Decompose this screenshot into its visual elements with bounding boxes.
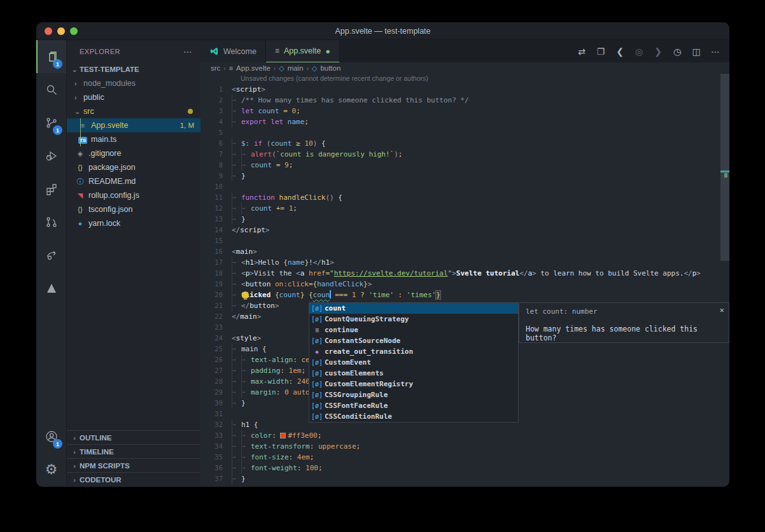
- activity-search-icon[interactable]: [36, 73, 66, 106]
- code-line-34[interactable]: 34→→text-transform: uppercase;: [200, 441, 720, 452]
- explorer-actions-icon[interactable]: ⋯: [183, 46, 193, 57]
- code-line-15[interactable]: 15: [200, 235, 720, 246]
- file-item--gitignore[interactable]: ◈.gitignore: [67, 146, 200, 160]
- code-line-8[interactable]: 8→→count = 9;: [200, 160, 720, 171]
- run-timer-icon[interactable]: ◷: [671, 46, 684, 57]
- breadcrumb[interactable]: src›≡App.svelte›◇main›◇button: [200, 62, 729, 74]
- suggest-item-count[interactable]: [ø]count: [309, 303, 518, 314]
- code-line-3[interactable]: 3→let count = 0;: [200, 106, 720, 116]
- color-swatch: [280, 433, 286, 438]
- suggest-item-cssgroupingrule[interactable]: [ø]CSSGroupingRule: [309, 389, 518, 400]
- suggest-label: ConstantSourceNode: [325, 335, 400, 346]
- suggest-item-continue[interactable]: ≣continue: [309, 325, 518, 335]
- code-line-5[interactable]: 5: [200, 127, 720, 138]
- section-timeline[interactable]: ›TIMELINE: [67, 444, 200, 458]
- code-line-16[interactable]: 16<main>: [200, 246, 720, 257]
- activity-run-debug-icon[interactable]: [36, 139, 66, 172]
- more-actions-icon[interactable]: ⋯: [709, 46, 722, 57]
- tab-app-svelte[interactable]: ≡App.svelte●: [266, 40, 340, 62]
- code-line-20[interactable]: 20→Clicked {count} {coun === 1 ? 'time' …: [200, 290, 720, 300]
- activity-extensions-icon[interactable]: [36, 172, 66, 206]
- breadcrumb-item-main[interactable]: main: [288, 64, 304, 72]
- code-line-9[interactable]: 9→}: [200, 171, 720, 181]
- chevron-right-icon: ›: [69, 476, 80, 484]
- activity-accounts-icon[interactable]: 1: [36, 420, 66, 453]
- tab-label: Welcome: [223, 47, 256, 56]
- breadcrumb-separator: ›: [274, 65, 276, 72]
- code-line-1[interactable]: 1<script>: [200, 84, 720, 95]
- minimize-window-button[interactable]: [57, 27, 65, 35]
- suggest-item-cssfontfacerule[interactable]: [ø]CSSFontFaceRule: [309, 400, 518, 411]
- line-number: 12: [200, 203, 232, 214]
- navigate-back-icon[interactable]: ❮: [614, 46, 626, 57]
- code-editor[interactable]: Unsaved changes (cannot determine recent…: [200, 74, 729, 486]
- code-line-17[interactable]: 17→<h1>Hello {name}!</h1>: [200, 257, 720, 268]
- line-number: 35: [200, 452, 232, 463]
- code-line-2[interactable]: 2→/** How many times has someone clicked…: [200, 95, 720, 106]
- split-editor-icon[interactable]: ◫: [690, 46, 703, 57]
- open-changes-icon[interactable]: ⇄: [575, 46, 588, 57]
- dirty-dot: ●: [325, 46, 330, 56]
- file-item-tsconfig-json[interactable]: {}tsconfig.json: [67, 202, 200, 216]
- activity-github-pr-icon[interactable]: [36, 206, 66, 239]
- activity-live-share-icon[interactable]: [36, 239, 66, 272]
- code-line-12[interactable]: 12→→count += 1;: [200, 203, 720, 214]
- close-window-button[interactable]: [45, 27, 52, 35]
- title-bar[interactable]: App.svelte — test-template: [36, 22, 729, 40]
- suggest-item-cssconditionrule[interactable]: [ø]CSSConditionRule: [309, 411, 518, 422]
- code-line-37[interactable]: 37→}: [200, 473, 720, 484]
- file-item-node-modules[interactable]: ›node_modules: [67, 76, 200, 90]
- breadcrumb-item-app-svelte[interactable]: App.svelte: [236, 64, 270, 72]
- section-npm-scripts[interactable]: ›NPM SCRIPTS: [67, 458, 200, 472]
- line-number: 24: [200, 333, 232, 344]
- file-item-yarn-lock[interactable]: ●yarn.lock: [67, 216, 200, 230]
- activity-source-control-icon[interactable]: 1: [36, 106, 66, 139]
- current-position-icon[interactable]: ◎: [633, 46, 645, 57]
- code-line-35[interactable]: 35→→font-size: 4em;: [200, 452, 720, 463]
- chevron-right-icon: ›: [69, 462, 80, 470]
- section-outline[interactable]: ›OUTLINE: [67, 430, 200, 444]
- activity-explorer-icon[interactable]: 1: [36, 40, 66, 73]
- codelens-message[interactable]: Unsaved changes (cannot determine recent…: [241, 74, 428, 82]
- code-line-14[interactable]: 14</script>: [200, 225, 720, 235]
- close-icon[interactable]: ✕: [720, 305, 724, 314]
- file-item-public[interactable]: ›public: [67, 90, 200, 104]
- project-section-header[interactable]: ⌄ TEST-TEMPLATE: [67, 62, 200, 76]
- code-line-4[interactable]: 4→export let name;: [200, 116, 720, 127]
- tab-welcome[interactable]: Welcome: [200, 40, 266, 62]
- breadcrumb-item-src[interactable]: src: [211, 64, 220, 72]
- file-item-rollup-config-js[interactable]: ◥rollup.config.js: [67, 188, 200, 202]
- code-line-36[interactable]: 36→→font-weight: 100;: [200, 463, 720, 473]
- file-item-main-ts[interactable]: TSmain.ts: [67, 132, 200, 146]
- variable-icon: [ø]: [309, 389, 325, 400]
- file-item-package-json[interactable]: {}package.json: [67, 160, 200, 174]
- code-line-13[interactable]: 13→}: [200, 214, 720, 225]
- code-line-7[interactable]: 7→→alert(`count is dangerously high!`);: [200, 149, 720, 160]
- editor-scrollbar[interactable]: [720, 74, 729, 261]
- code-line-33[interactable]: 33→→color: #ff3e00;: [200, 430, 720, 441]
- open-preview-icon[interactable]: ❐: [594, 46, 607, 57]
- suggest-item-customelementregistry[interactable]: [ø]CustomElementRegistry: [309, 379, 518, 389]
- code-line-18[interactable]: 18→<p>Visit the <a href="https://svelte.…: [200, 268, 720, 279]
- activity-settings-gear-icon[interactable]: ⚙: [36, 453, 66, 486]
- file-item-app-svelte[interactable]: ≡App.svelte1, M: [67, 118, 200, 132]
- suggest-item-countqueuingstrategy[interactable]: [ø]CountQueuingStrategy: [309, 314, 518, 325]
- suggest-item-customevent[interactable]: [ø]CustomEvent: [309, 357, 518, 368]
- lightbulb-icon[interactable]: [242, 291, 249, 298]
- activity-azure-icon[interactable]: [36, 272, 66, 305]
- file-item-readme-md[interactable]: ⓘREADME.md: [67, 174, 200, 188]
- suggest-item-constantsourcenode[interactable]: [ø]ConstantSourceNode: [309, 335, 518, 346]
- breadcrumb-item-button[interactable]: button: [320, 64, 340, 72]
- file-label: node_modules: [83, 79, 136, 88]
- code-line-6[interactable]: 6→$: if (count ≥ 10) {: [200, 138, 720, 149]
- zoom-window-button[interactable]: [70, 27, 78, 35]
- code-line-11[interactable]: 11→function handleClick() {: [200, 192, 720, 203]
- suggest-item-customelements[interactable]: [ø]customElements: [309, 368, 518, 379]
- suggest-item-create_out_transition[interactable]: ◈create_out_transition: [309, 346, 518, 357]
- snippet-icon: ◈: [309, 346, 325, 357]
- code-line-19[interactable]: 19→<button on:click={handleClick}>: [200, 279, 720, 290]
- file-item-src[interactable]: ⌄src: [67, 104, 200, 118]
- code-line-10[interactable]: 10: [200, 181, 720, 192]
- navigate-forward-icon[interactable]: ❯: [652, 46, 664, 57]
- section-codetour[interactable]: ›CODETOUR: [67, 472, 200, 486]
